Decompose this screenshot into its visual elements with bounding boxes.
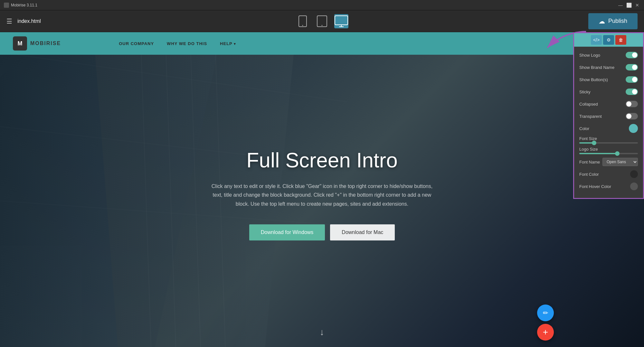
window-controls: — ⬜ ✕ <box>618 2 640 8</box>
code-btn[interactable]: </> <box>591 35 602 45</box>
font-name-label: Font Name <box>579 160 600 164</box>
font-size-row: Font Size <box>579 136 638 144</box>
app-title: Mobirise 3.11.1 <box>11 3 37 7</box>
download-windows-btn[interactable]: Download for Windows <box>249 224 325 240</box>
font-size-label: Font Size <box>579 136 638 141</box>
website-preview: M MOBIRISE OUR COMPANY WHY WE DO THIS HE… <box>0 32 644 347</box>
collapsed-label: Collapsed <box>579 102 598 107</box>
gear-icon: ⚙ <box>607 37 611 42</box>
publish-label: Publish <box>608 18 627 24</box>
logo-icon: M <box>13 36 27 51</box>
hero-title[interactable]: Full Screen Intro <box>209 148 435 172</box>
edit-fab-button[interactable]: ✏ <box>537 305 554 321</box>
scroll-down-arrow: ↓ <box>320 327 324 337</box>
download-mac-btn[interactable]: Download for Mac <box>330 224 395 240</box>
add-icon: + <box>543 327 548 337</box>
show-brand-toggle[interactable] <box>626 64 638 70</box>
hero-subtitle[interactable]: Click any text to edit or style it. Clic… <box>209 182 435 208</box>
close-btn[interactable]: ✕ <box>634 2 640 8</box>
code-icon: </> <box>593 37 600 42</box>
font-hover-color-label: Font Hover Color <box>579 184 611 189</box>
show-buttons-toggle[interactable] <box>626 76 638 83</box>
collapsed-toggle[interactable] <box>626 101 638 107</box>
file-name: index.html <box>17 18 41 24</box>
tablet-view-btn[interactable] <box>315 14 329 28</box>
site-navbar: M MOBIRISE OUR COMPANY WHY WE DO THIS HE… <box>0 32 644 55</box>
font-color-row: Font Color <box>579 170 638 179</box>
device-switcher <box>296 14 348 28</box>
transparent-toggle[interactable] <box>626 113 638 119</box>
transparent-row: Transparent <box>579 112 638 121</box>
hero-section: Full Screen Intro Click any text to edit… <box>0 55 644 347</box>
show-brand-label: Show Brand Name <box>579 65 614 70</box>
nav-link-why[interactable]: WHY WE DO THIS <box>167 41 207 46</box>
show-buttons-label: Show Button(s) <box>579 77 608 82</box>
show-logo-label: Show Logo <box>579 53 600 58</box>
delete-btn[interactable]: 🗑 <box>615 35 626 45</box>
show-logo-toggle[interactable] <box>626 52 638 58</box>
settings-panel: </> ⚙ 🗑 Show Logo Show Brand Name Show B… <box>573 32 644 199</box>
publish-button[interactable]: ☁ Publish <box>588 13 638 29</box>
sticky-row: Sticky <box>579 87 638 96</box>
collapsed-row: Collapsed <box>579 99 638 108</box>
logo-letter: M <box>18 40 23 47</box>
desktop-view-btn[interactable] <box>334 14 348 28</box>
logo-size-label: Logo Size <box>579 147 638 152</box>
gear-btn[interactable]: ⚙ <box>603 35 614 45</box>
minimize-btn[interactable]: — <box>618 2 623 8</box>
titlebar: Mobirise 3.11.1 — ⬜ ✕ <box>0 0 644 10</box>
logo-size-slider[interactable] <box>579 153 638 154</box>
sticky-label: Sticky <box>579 89 591 94</box>
color-row: Color <box>579 124 638 133</box>
logo-size-thumb[interactable] <box>615 151 620 156</box>
svg-point-1 <box>302 25 303 26</box>
font-color-label: Font Color <box>579 172 599 177</box>
delete-icon: 🗑 <box>619 37 623 42</box>
transparent-label: Transparent <box>579 114 602 119</box>
color-swatch[interactable] <box>629 124 638 133</box>
font-size-thumb[interactable] <box>592 141 596 145</box>
sticky-toggle[interactable] <box>626 89 638 95</box>
logo-size-row: Logo Size <box>579 147 638 154</box>
app-icon <box>4 3 9 8</box>
edit-icon: ✏ <box>543 309 548 317</box>
preview-area: M MOBIRISE OUR COMPANY WHY WE DO THIS HE… <box>0 32 644 347</box>
menu-icon[interactable]: ☰ <box>6 17 12 25</box>
show-logo-row: Show Logo <box>579 51 638 60</box>
font-hover-color-swatch[interactable] <box>630 183 638 190</box>
font-hover-color-row: Font Hover Color <box>579 182 638 191</box>
show-buttons-row: Show Button(s) <box>579 75 638 84</box>
show-brand-row: Show Brand Name <box>579 63 638 72</box>
font-size-slider[interactable] <box>579 142 638 144</box>
hero-content: Full Screen Intro Click any text to edit… <box>145 148 499 240</box>
font-name-select[interactable]: Open Sans Roboto Lato Montserrat <box>602 158 638 166</box>
font-color-swatch[interactable] <box>630 170 638 178</box>
settings-panel-toolbar: </> ⚙ 🗑 <box>574 33 643 47</box>
app-toolbar: ☰ index.html ☁ Publish <box>0 10 644 32</box>
mobile-view-btn[interactable] <box>296 14 310 28</box>
logo-text: MOBIRISE <box>30 41 61 46</box>
add-fab-button[interactable]: + <box>537 324 554 341</box>
svg-rect-4 <box>335 16 348 25</box>
maximize-btn[interactable]: ⬜ <box>626 2 632 8</box>
color-label: Color <box>579 126 589 131</box>
upload-icon: ☁ <box>599 17 605 25</box>
nav-link-help[interactable]: HELP <box>220 41 236 46</box>
font-name-row: Font Name Open Sans Roboto Lato Montserr… <box>579 157 638 166</box>
nav-link-company[interactable]: OUR COMPANY <box>119 41 154 46</box>
svg-point-3 <box>322 25 323 26</box>
hero-buttons: Download for Windows Download for Mac <box>209 224 435 240</box>
site-logo: M MOBIRISE <box>13 36 61 51</box>
logo-size-fill <box>579 153 617 154</box>
nav-links: OUR COMPANY WHY WE DO THIS HELP <box>119 41 236 46</box>
